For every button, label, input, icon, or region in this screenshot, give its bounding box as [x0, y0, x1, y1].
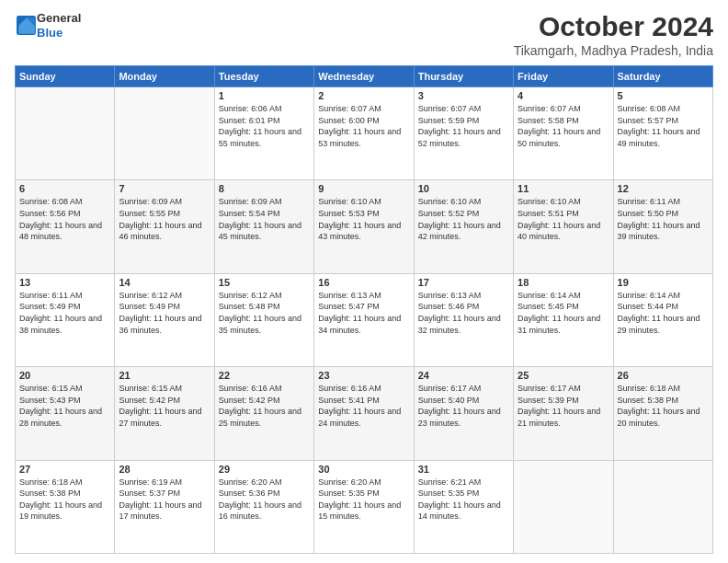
calendar-cell: 28Sunrise: 6:19 AMSunset: 5:37 PMDayligh…: [115, 460, 214, 553]
location-title: Tikamgarh, Madhya Pradesh, India: [514, 43, 713, 58]
title-block: October 2024 Tikamgarh, Madhya Pradesh, …: [514, 11, 713, 58]
day-number: 7: [119, 183, 210, 194]
calendar-cell: 30Sunrise: 6:20 AMSunset: 5:35 PMDayligh…: [314, 460, 414, 553]
logo-icon: [17, 16, 37, 36]
day-info: Sunrise: 6:08 AMSunset: 5:56 PMDaylight:…: [19, 196, 110, 242]
day-number: 8: [219, 183, 310, 194]
day-info: Sunrise: 6:20 AMSunset: 5:36 PMDaylight:…: [219, 477, 310, 523]
day-number: 14: [119, 277, 210, 288]
day-info: Sunrise: 6:08 AMSunset: 5:57 PMDaylight:…: [618, 103, 709, 149]
day-number: 11: [518, 183, 609, 194]
day-number: 23: [318, 370, 409, 381]
day-info: Sunrise: 6:18 AMSunset: 5:38 PMDaylight:…: [618, 383, 709, 429]
calendar-cell: 15Sunrise: 6:12 AMSunset: 5:48 PMDayligh…: [214, 273, 313, 366]
day-header-friday: Friday: [514, 66, 613, 87]
day-info: Sunrise: 6:18 AMSunset: 5:38 PMDaylight:…: [19, 477, 110, 523]
day-number: 17: [418, 277, 509, 288]
calendar-cell: 26Sunrise: 6:18 AMSunset: 5:38 PMDayligh…: [613, 367, 712, 460]
day-number: 20: [19, 370, 110, 381]
day-number: 9: [318, 183, 409, 194]
day-number: 24: [418, 370, 509, 381]
day-info: Sunrise: 6:09 AMSunset: 5:54 PMDaylight:…: [219, 196, 310, 242]
day-info: Sunrise: 6:07 AMSunset: 5:58 PMDaylight:…: [518, 103, 609, 149]
calendar-cell: 24Sunrise: 6:17 AMSunset: 5:40 PMDayligh…: [414, 367, 513, 460]
day-info: Sunrise: 6:20 AMSunset: 5:35 PMDaylight:…: [318, 477, 409, 523]
calendar-cell: [613, 460, 712, 553]
day-header-monday: Monday: [115, 66, 214, 87]
calendar-week-row: 6Sunrise: 6:08 AMSunset: 5:56 PMDaylight…: [16, 180, 713, 273]
logo: General Blue: [15, 11, 81, 40]
calendar-cell: 5Sunrise: 6:08 AMSunset: 5:57 PMDaylight…: [613, 87, 712, 180]
calendar-cell: 10Sunrise: 6:10 AMSunset: 5:52 PMDayligh…: [414, 180, 513, 273]
day-info: Sunrise: 6:12 AMSunset: 5:48 PMDaylight:…: [219, 290, 310, 336]
day-number: 28: [119, 464, 210, 475]
calendar-cell: 3Sunrise: 6:07 AMSunset: 5:59 PMDaylight…: [414, 87, 513, 180]
calendar-cell: 17Sunrise: 6:13 AMSunset: 5:46 PMDayligh…: [414, 273, 513, 366]
calendar-cell: 20Sunrise: 6:15 AMSunset: 5:43 PMDayligh…: [16, 367, 115, 460]
day-info: Sunrise: 6:07 AMSunset: 6:00 PMDaylight:…: [318, 103, 409, 149]
day-header-wednesday: Wednesday: [314, 66, 414, 87]
day-info: Sunrise: 6:14 AMSunset: 5:45 PMDaylight:…: [518, 290, 609, 336]
calendar-cell: 18Sunrise: 6:14 AMSunset: 5:45 PMDayligh…: [514, 273, 613, 366]
day-number: 5: [618, 90, 709, 101]
day-info: Sunrise: 6:19 AMSunset: 5:37 PMDaylight:…: [119, 477, 210, 523]
calendar-week-row: 1Sunrise: 6:06 AMSunset: 6:01 PMDaylight…: [16, 87, 713, 180]
calendar-cell: 16Sunrise: 6:13 AMSunset: 5:47 PMDayligh…: [314, 273, 414, 366]
day-number: 29: [219, 464, 310, 475]
day-number: 4: [518, 90, 609, 101]
calendar-cell: 1Sunrise: 6:06 AMSunset: 6:01 PMDaylight…: [214, 87, 313, 180]
calendar-cell: 22Sunrise: 6:16 AMSunset: 5:42 PMDayligh…: [214, 367, 313, 460]
day-number: 30: [318, 464, 409, 475]
day-number: 16: [318, 277, 409, 288]
calendar-cell: 25Sunrise: 6:17 AMSunset: 5:39 PMDayligh…: [514, 367, 613, 460]
day-number: 31: [418, 464, 509, 475]
calendar-cell: 29Sunrise: 6:20 AMSunset: 5:36 PMDayligh…: [214, 460, 313, 553]
calendar-cell: 8Sunrise: 6:09 AMSunset: 5:54 PMDaylight…: [214, 180, 313, 273]
logo-text: General Blue: [37, 11, 81, 40]
main-container: General Blue October 2024 Tikamgarh, Mad…: [0, 0, 728, 563]
calendar-cell: [16, 87, 115, 180]
calendar-cell: 31Sunrise: 6:21 AMSunset: 5:35 PMDayligh…: [414, 460, 513, 553]
day-number: 6: [19, 183, 110, 194]
calendar-cell: 12Sunrise: 6:11 AMSunset: 5:50 PMDayligh…: [613, 180, 712, 273]
calendar-week-row: 13Sunrise: 6:11 AMSunset: 5:49 PMDayligh…: [16, 273, 713, 366]
calendar-cell: 21Sunrise: 6:15 AMSunset: 5:42 PMDayligh…: [115, 367, 214, 460]
day-info: Sunrise: 6:16 AMSunset: 5:41 PMDaylight:…: [318, 383, 409, 429]
day-info: Sunrise: 6:17 AMSunset: 5:39 PMDaylight:…: [518, 383, 609, 429]
header: General Blue October 2024 Tikamgarh, Mad…: [15, 11, 713, 58]
calendar-cell: [514, 460, 613, 553]
day-header-sunday: Sunday: [16, 66, 115, 87]
day-info: Sunrise: 6:11 AMSunset: 5:50 PMDaylight:…: [618, 196, 709, 242]
day-number: 26: [618, 370, 709, 381]
day-number: 2: [318, 90, 409, 101]
day-info: Sunrise: 6:07 AMSunset: 5:59 PMDaylight:…: [418, 103, 509, 149]
month-title: October 2024: [514, 11, 713, 41]
day-info: Sunrise: 6:17 AMSunset: 5:40 PMDaylight:…: [418, 383, 509, 429]
calendar-table: SundayMondayTuesdayWednesdayThursdayFrid…: [15, 65, 713, 554]
day-number: 22: [219, 370, 310, 381]
day-number: 27: [19, 464, 110, 475]
calendar-week-row: 27Sunrise: 6:18 AMSunset: 5:38 PMDayligh…: [16, 460, 713, 553]
day-info: Sunrise: 6:10 AMSunset: 5:53 PMDaylight:…: [318, 196, 409, 242]
day-info: Sunrise: 6:09 AMSunset: 5:55 PMDaylight:…: [119, 196, 210, 242]
calendar-cell: [115, 87, 214, 180]
day-header-thursday: Thursday: [414, 66, 513, 87]
calendar-cell: 19Sunrise: 6:14 AMSunset: 5:44 PMDayligh…: [613, 273, 712, 366]
calendar-cell: 7Sunrise: 6:09 AMSunset: 5:55 PMDaylight…: [115, 180, 214, 273]
day-info: Sunrise: 6:12 AMSunset: 5:49 PMDaylight:…: [119, 290, 210, 336]
day-info: Sunrise: 6:13 AMSunset: 5:46 PMDaylight:…: [418, 290, 509, 336]
day-info: Sunrise: 6:21 AMSunset: 5:35 PMDaylight:…: [418, 477, 509, 523]
day-info: Sunrise: 6:06 AMSunset: 6:01 PMDaylight:…: [219, 103, 310, 149]
day-number: 19: [618, 277, 709, 288]
day-number: 15: [219, 277, 310, 288]
day-number: 25: [518, 370, 609, 381]
calendar-cell: 11Sunrise: 6:10 AMSunset: 5:51 PMDayligh…: [514, 180, 613, 273]
day-info: Sunrise: 6:15 AMSunset: 5:42 PMDaylight:…: [119, 383, 210, 429]
calendar-header-row: SundayMondayTuesdayWednesdayThursdayFrid…: [16, 66, 713, 87]
calendar-cell: 27Sunrise: 6:18 AMSunset: 5:38 PMDayligh…: [16, 460, 115, 553]
day-number: 21: [119, 370, 210, 381]
day-number: 18: [518, 277, 609, 288]
day-header-saturday: Saturday: [613, 66, 712, 87]
day-number: 13: [19, 277, 110, 288]
calendar-cell: 13Sunrise: 6:11 AMSunset: 5:49 PMDayligh…: [16, 273, 115, 366]
